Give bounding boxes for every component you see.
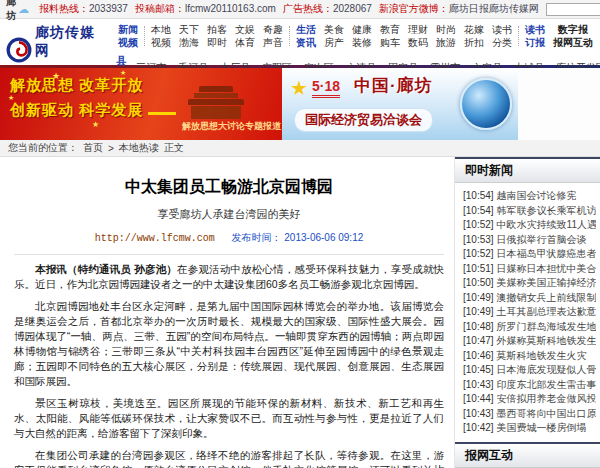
news-item[interactable]: [10:47]外媒称莫斯科地铁发生火灾 bbox=[463, 334, 596, 349]
email-label: 投稿邮箱： bbox=[135, 3, 185, 14]
news-link[interactable]: 印度东北部发生雷击事件 bbox=[497, 379, 596, 390]
breadcrumb-current: 正文 bbox=[164, 141, 184, 155]
news-item[interactable]: [10:52]中欧水灾持续致11人遇难 bbox=[463, 218, 596, 233]
news-item[interactable]: [10:43]印度东北部发生雷击事件 bbox=[463, 378, 596, 393]
breadcrumb-section[interactable]: 本地热读 bbox=[119, 141, 159, 155]
nav-label[interactable]: 视频 bbox=[118, 36, 138, 49]
article-source-url[interactable]: http://www.lfcmw.com bbox=[95, 233, 215, 244]
breadcrumb-label: 您当前的位置： bbox=[8, 141, 78, 155]
nav-item-subscribe[interactable]: 读书订报 bbox=[521, 23, 549, 49]
nav-label[interactable]: 资讯 bbox=[296, 36, 316, 49]
nav-label[interactable]: 读书 bbox=[525, 23, 545, 36]
nav-label[interactable]: 本地 bbox=[151, 23, 171, 36]
nav-label[interactable]: 数字报 bbox=[553, 23, 593, 36]
nav-item-life[interactable]: 生活资讯 bbox=[292, 23, 320, 49]
news-item[interactable]: [10:51]日媒称日本担忧中美合作 bbox=[463, 262, 596, 277]
news-link[interactable]: 日俄拟举行首脑会谈 bbox=[497, 234, 587, 245]
nav-item-local[interactable]: 本地视频 bbox=[147, 23, 175, 49]
news-link[interactable]: 土耳其副总理表达歉意有限 bbox=[497, 306, 596, 317]
nav-label[interactable]: 理财 bbox=[408, 23, 428, 36]
news-item[interactable]: [10:49]澳撤销女兵上前线限制 bbox=[463, 291, 596, 306]
nav-label[interactable]: 花嫁 bbox=[464, 23, 484, 36]
news-item[interactable]: [10:52]日本福岛甲状腺癌患者增加 bbox=[463, 247, 596, 262]
news-link[interactable]: 澳撤销女兵上前线限制 bbox=[497, 292, 596, 303]
nav-label[interactable]: 新闻 bbox=[118, 23, 138, 36]
weibo[interactable]: 新浪官方微博：廊坊日报廊坊传媒网 bbox=[379, 2, 539, 16]
nav-label[interactable]: 声音 bbox=[263, 36, 283, 49]
nav-label[interactable]: 旅游 bbox=[436, 36, 456, 49]
site-name[interactable]: 廊坊传媒网 bbox=[35, 24, 95, 58]
nav-label[interactable]: 读书 bbox=[492, 23, 512, 36]
news-item[interactable]: [10:46]莫斯科地铁发生火灾 bbox=[463, 349, 596, 364]
news-item[interactable]: [10:45]日本海底发现疑似人骨 bbox=[463, 363, 596, 378]
sidebar: 即时新闻 [10:54]越南国会讨论修宪 [10:54]韩军联参议长乘军机访华 … bbox=[454, 157, 600, 468]
news-item[interactable]: [10:50]美媒称美国正输掉经济战争 bbox=[463, 276, 596, 291]
nav-label[interactable]: 奇趣 bbox=[263, 23, 283, 36]
nav-label[interactable]: 房产 bbox=[324, 36, 344, 49]
news-link[interactable]: 墨西哥将向中国出口原油 bbox=[497, 408, 596, 419]
nav-label[interactable]: 体育 bbox=[235, 36, 255, 49]
nav-item-fashion[interactable]: 时尚旅游 bbox=[432, 23, 460, 49]
nav-label[interactable]: 渤海 bbox=[179, 36, 199, 49]
banner-emancipate-mind[interactable]: ★ ★ ★ ★ 解放思想 改革开放 创新驱动 科学发展 解放思想大讨论专题报道 bbox=[0, 68, 282, 140]
nav-label[interactable]: 拍客 bbox=[207, 23, 227, 36]
nav-label[interactable]: 购车 bbox=[380, 36, 400, 49]
nav-label[interactable]: 时尚 bbox=[436, 23, 456, 36]
news-link[interactable]: 韩军联参议长乘军机访华 bbox=[497, 205, 596, 216]
news-link[interactable]: 日本海底发现疑似人骨 bbox=[497, 364, 596, 375]
logo-block[interactable]: 廊坊传媒网 www.lfcmw.com 廊坊第一新闻资讯网 bbox=[6, 23, 106, 65]
news-item[interactable]: [10:48]所罗门群岛海域发生地震 bbox=[463, 320, 596, 335]
news-link[interactable]: 安倍拟用养老金做风投 bbox=[497, 393, 596, 404]
news-link[interactable]: 美国费城一楼房倒塌 bbox=[497, 422, 587, 433]
banner-trade-fair[interactable]: ★ 5·18 中国·廊坊 国际经济贸易洽谈会 bbox=[282, 68, 518, 140]
breadcrumb-home[interactable]: 首页 bbox=[83, 141, 103, 155]
news-link[interactable]: 中欧水灾持续致11人遇难 bbox=[497, 219, 596, 230]
banner-fair-subtitle: 国际经济贸易洽谈会 bbox=[294, 108, 433, 132]
nav-label[interactable]: 文娱 bbox=[235, 23, 255, 36]
news-link[interactable]: 美媒称美国正输掉经济战争 bbox=[497, 277, 596, 288]
nav-item-health[interactable]: 健康装修 bbox=[348, 23, 376, 49]
news-item[interactable]: [10:42]美国费城一楼房倒塌 bbox=[463, 421, 596, 436]
news-item[interactable]: [10:49]土耳其副总理表达歉意有限 bbox=[463, 305, 596, 320]
weibo-value[interactable]: 廊坊日报廊坊传媒网 bbox=[449, 3, 539, 14]
news-item[interactable]: [10:43]墨西哥将向中国出口原油 bbox=[463, 407, 596, 422]
nav-label[interactable]: 订报 bbox=[525, 36, 545, 49]
news-link[interactable]: 莫斯科地铁发生火灾 bbox=[497, 350, 587, 361]
nav-item-food[interactable]: 美食房产 bbox=[320, 23, 348, 49]
news-time: [10:44] bbox=[463, 393, 494, 404]
news-item[interactable]: [10:44]安倍拟用养老金做风投 bbox=[463, 392, 596, 407]
news-item[interactable]: [10:53]日俄拟举行首脑会谈 bbox=[463, 233, 596, 248]
news-link[interactable]: 外媒称莫斯科地铁发生火灾 bbox=[497, 335, 596, 346]
nav-item-wedding[interactable]: 花嫁折扣 bbox=[460, 23, 488, 49]
nav-item-ent[interactable]: 文娱体育 bbox=[231, 23, 259, 49]
news-link[interactable]: 所罗门群岛海域发生地震 bbox=[497, 321, 596, 332]
nav-item-fun[interactable]: 奇趣声音 bbox=[259, 23, 287, 49]
nav-label[interactable]: 生活 bbox=[296, 23, 316, 36]
nav-label[interactable]: 即时 bbox=[207, 36, 227, 49]
news-link[interactable]: 日媒称日本担忧中美合作 bbox=[497, 263, 596, 274]
banner-line1: 解放思想 改革开放 bbox=[10, 76, 143, 95]
nav-item-world[interactable]: 天下渤海 bbox=[175, 23, 203, 49]
nav-label[interactable]: 美食 bbox=[324, 23, 344, 36]
nav-item-finance[interactable]: 理财数码 bbox=[404, 23, 432, 49]
nav-item-epaper[interactable]: 数字报报网互动 bbox=[549, 23, 597, 49]
nav-label[interactable]: 装修 bbox=[352, 36, 372, 49]
search-input[interactable] bbox=[546, 3, 600, 16]
nav-item-reading[interactable]: 读书分类 bbox=[488, 23, 516, 49]
news-item[interactable]: [10:54]韩军联参议长乘军机访华 bbox=[463, 204, 596, 219]
nav-label[interactable]: 数码 bbox=[408, 36, 428, 49]
nav-item-edu[interactable]: 教育购车 bbox=[376, 23, 404, 49]
news-link[interactable]: 越南国会讨论修宪 bbox=[497, 190, 577, 201]
nav-label[interactable]: 视频 bbox=[151, 36, 171, 49]
news-link[interactable]: 日本福岛甲状腺癌患者增加 bbox=[497, 248, 596, 259]
nav-item-paike[interactable]: 拍客即时 bbox=[203, 23, 231, 49]
news-item[interactable]: [10:54]越南国会讨论修宪 bbox=[463, 189, 596, 204]
nav-label[interactable]: 健康 bbox=[352, 23, 372, 36]
nav-label[interactable]: 分类 bbox=[492, 36, 512, 49]
nav-label[interactable]: 天下 bbox=[179, 23, 199, 36]
nav-label[interactable]: 报网互动 bbox=[553, 36, 593, 49]
nav-label[interactable]: 折扣 bbox=[464, 36, 484, 49]
nav-label[interactable]: 教育 bbox=[380, 23, 400, 36]
email-value: lfcmw20110163.com bbox=[185, 3, 276, 14]
nav-item-news[interactable]: 新闻视频 bbox=[114, 23, 142, 49]
